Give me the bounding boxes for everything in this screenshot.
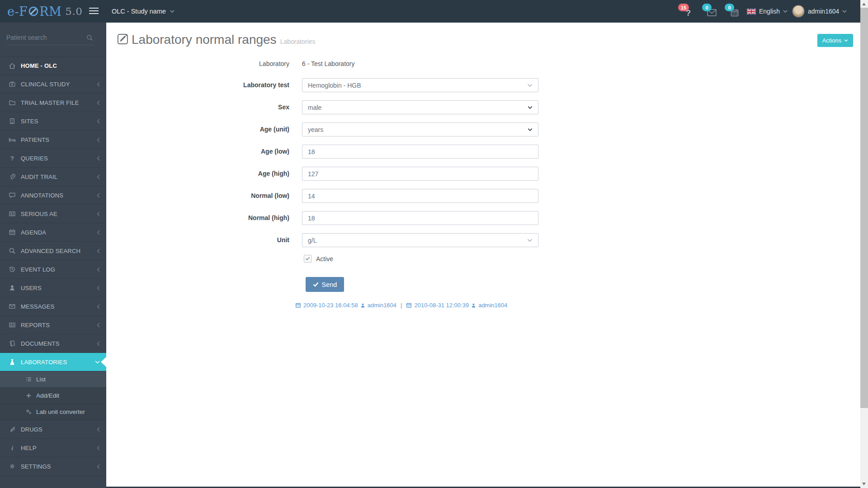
sidebar-item-settings[interactable]: SETTINGS: [0, 457, 106, 476]
sidebar-item-patients[interactable]: PATIENTS: [0, 131, 106, 149]
calendar-icon: [406, 302, 412, 308]
user-icon: [360, 303, 365, 308]
sidebar-item-advanced-search[interactable]: ADVANCED SEARCH: [0, 242, 106, 260]
chevron-left-icon: [97, 446, 100, 450]
agenda-badge: 0: [725, 4, 734, 11]
agenda-button[interactable]: 0: [725, 4, 743, 20]
age-high-label: Age (high): [173, 170, 289, 177]
newspaper-icon: [8, 210, 16, 217]
sidebar-item-laboratories[interactable]: LABORATORIES: [0, 353, 106, 371]
search-icon[interactable]: [86, 34, 93, 41]
chevron-down-icon: [527, 239, 533, 242]
flask-icon: [8, 358, 16, 366]
chevron-left-icon: [97, 427, 100, 432]
active-checkbox[interactable]: [304, 255, 311, 263]
home-icon: [8, 62, 16, 70]
created-by-link[interactable]: admin1604: [368, 302, 396, 309]
age-high-input[interactable]: [302, 167, 538, 181]
syringe-icon: [8, 426, 16, 433]
sidebar-item-annotations[interactable]: ANNOTATIONS: [0, 186, 106, 205]
scrollbar-down-arrow[interactable]: [862, 483, 866, 485]
modified-by-link[interactable]: admin1604: [478, 302, 507, 309]
check-icon: [305, 257, 310, 261]
sidebar-toggle-hamburger-icon[interactable]: [89, 8, 99, 15]
normal-low-label: Normal (low): [173, 192, 289, 199]
form-row-age-high: Age (high): [106, 167, 860, 181]
sidebar-item-reports[interactable]: REPORTS: [0, 316, 106, 334]
messages-button[interactable]: 0: [702, 4, 720, 20]
laboratory-value: 6 - Test Laboratory: [302, 60, 354, 67]
sidebar-item-drugs[interactable]: DRUGS: [0, 420, 106, 439]
username-label: admin1604: [808, 8, 839, 15]
unit-select[interactable]: g/L: [302, 233, 538, 247]
chevron-down-icon: [95, 361, 100, 364]
form-row-laboratory-test: Laboratory test Hemoglobin - HGB: [106, 78, 860, 92]
sidebar-item-audit-trail[interactable]: AUDIT TRAIL: [0, 168, 106, 186]
help-button[interactable]: 15 ?: [678, 4, 696, 20]
sidebar-item-users[interactable]: USERS: [0, 279, 106, 297]
normal-high-label: Normal (high): [173, 214, 289, 221]
user-menu[interactable]: admin1604: [792, 0, 847, 23]
paperclip-icon: [8, 173, 16, 180]
audit-separator: |: [401, 302, 402, 309]
top-navbar: e-F RM 5.0 OLC - Study name 15 ? 0 0: [0, 0, 860, 23]
laboratory-test-select[interactable]: Hemoglobin - HGB: [302, 78, 538, 92]
medkit-icon: [8, 80, 16, 88]
modified-date-link[interactable]: 2010-08-31 12:00:39: [414, 302, 469, 309]
submenu-item-list[interactable]: List: [0, 371, 106, 388]
laboratory-test-label: Laboratory test: [173, 81, 289, 89]
form-row-age-low: Age (low): [106, 145, 860, 159]
bed-icon: [8, 136, 16, 143]
chevron-left-icon: [97, 230, 100, 235]
chevron-left-icon: [97, 323, 100, 328]
normal-high-input[interactable]: [302, 211, 538, 225]
sidebar-item-serious-ae[interactable]: SERIOUS AE: [0, 205, 106, 223]
active-item-arrow: [101, 357, 106, 367]
sidebar-item-clinical-study[interactable]: CLINICAL STUDY: [0, 75, 106, 94]
sidebar-item-queries[interactable]: ? QUERIES: [0, 149, 106, 168]
sidebar-item-event-log[interactable]: EVENT LOG: [0, 260, 106, 279]
chevron-left-icon: [97, 267, 100, 272]
actions-button[interactable]: Actions: [817, 34, 853, 47]
user-icon: [471, 303, 476, 308]
history-icon: [8, 266, 16, 273]
sidebar-item-documents[interactable]: DOCUMENTS: [0, 334, 106, 353]
vertical-scrollbar[interactable]: [860, 0, 868, 488]
sidebar-item-home[interactable]: HOME - OLC: [0, 56, 106, 75]
calendar-icon: [8, 229, 16, 236]
info-icon: i: [8, 444, 16, 451]
created-date-link[interactable]: 2009-10-23 16:04:58: [303, 302, 358, 309]
send-button[interactable]: Send: [306, 277, 344, 292]
logo-version: 5.0: [65, 5, 82, 17]
normal-low-input[interactable]: [302, 189, 538, 203]
list-icon: [25, 376, 32, 383]
form-row-unit: Unit g/L: [106, 233, 860, 247]
language-selector[interactable]: English: [747, 0, 788, 23]
sidebar-item-help[interactable]: i HELP: [0, 439, 106, 457]
scrollbar-up-arrow[interactable]: [862, 3, 866, 5]
sidebar-item-sites[interactable]: SITES: [0, 112, 106, 131]
gears-icon: [25, 408, 32, 415]
edit-pencil-square-icon: [117, 33, 129, 45]
help-badge: 15: [678, 4, 689, 11]
study-selector[interactable]: OLC - Study name: [112, 0, 175, 23]
age-unit-select[interactable]: years: [302, 122, 538, 136]
sidebar-item-agenda[interactable]: AGENDA: [0, 223, 106, 242]
form-row-age-unit: Age (unit) years: [106, 122, 860, 136]
submenu-item-lab-unit-converter[interactable]: Lab unit converter: [0, 404, 106, 420]
app-logo: e-F RM 5.0: [7, 0, 82, 23]
check-icon: [313, 282, 319, 287]
plus-icon: [25, 392, 32, 399]
sex-select[interactable]: male: [302, 100, 538, 114]
submenu-item-add-edit[interactable]: Add/Edit: [0, 388, 106, 404]
chevron-down-icon: [170, 10, 175, 13]
sidebar-item-messages[interactable]: MESSAGES: [0, 297, 106, 316]
age-low-input[interactable]: [302, 145, 538, 159]
scrollbar-thumb[interactable]: [860, 8, 868, 408]
svg-text:?: ?: [10, 155, 14, 162]
folder-icon: [8, 99, 16, 106]
chevron-down-icon: [844, 39, 848, 42]
sidebar-item-trial-master-file[interactable]: TRIAL MASTER FILE: [0, 94, 106, 112]
patient-search-input[interactable]: [6, 31, 82, 44]
language-label: English: [759, 8, 780, 15]
